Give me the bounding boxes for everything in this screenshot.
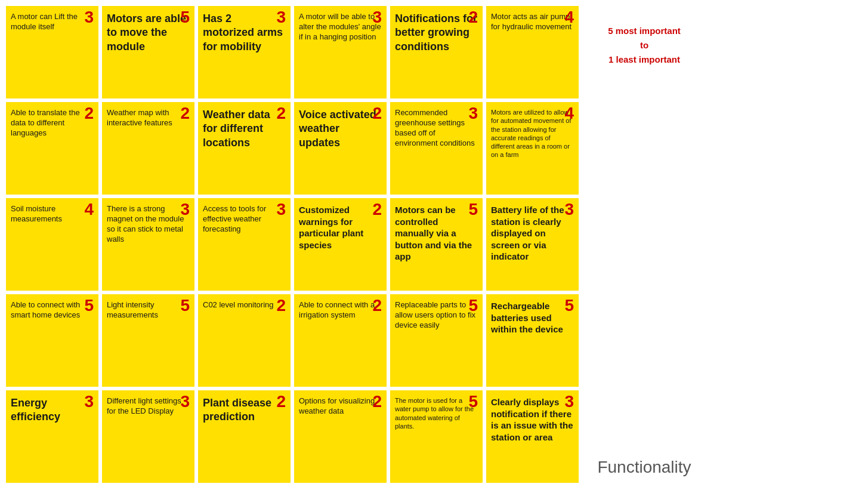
card-18: 3 Battery life of the station is clearly… (486, 198, 579, 291)
card-28-number: 2 (372, 393, 382, 410)
card-27-number: 2 (276, 393, 286, 410)
card-29: 5 The motor is used for a water pump to … (390, 390, 483, 483)
card-11-text: Recommended greenhouse settings based of… (395, 108, 478, 149)
legend: 5 most important to 1 least important (597, 24, 692, 67)
card-18-number: 3 (564, 201, 574, 218)
card-7: 2 Able to translate the data to differen… (6, 102, 98, 195)
legend-line3: 1 least important (608, 54, 680, 64)
card-20-text: Light intensity measurements (107, 300, 190, 320)
card-21: 2 C02 level monitoring (198, 294, 291, 387)
card-4-text: A motor will be able to alter the module… (299, 12, 382, 42)
card-15-text: Access to tools for effective weather fo… (203, 204, 286, 235)
card-21-text: C02 level monitoring (203, 300, 286, 310)
card-11-number: 3 (468, 105, 478, 122)
card-3: 3 Has 2 motorized arms for mobility (198, 6, 291, 98)
card-3-number: 3 (276, 9, 286, 26)
card-8: 2 Weather map with interactive features (102, 102, 194, 195)
card-12-text: Motors are utilized to allow for automat… (491, 108, 574, 159)
card-22: 2 Able to connect with a irrigation syst… (294, 294, 387, 387)
card-13-text: Soil moisture measurements (11, 204, 94, 224)
card-8-text: Weather map with interactive features (107, 108, 190, 128)
card-1-number: 3 (84, 9, 94, 26)
card-23-number: 5 (468, 297, 478, 314)
card-2-number: 5 (180, 9, 190, 26)
card-13: 4 Soil moisture measurements (6, 198, 98, 291)
legend-line2: to (640, 40, 648, 50)
card-6: 4 Motor acts as air pump for hydraulic m… (486, 6, 579, 98)
card-10-number: 2 (372, 105, 382, 122)
card-20: 5 Light intensity measurements (102, 294, 194, 387)
card-12-number: 4 (564, 105, 574, 122)
sidebar: 5 most important to 1 least important Fu… (585, 6, 704, 483)
card-14-text: There is a strong magnet on the module s… (107, 204, 190, 245)
card-11: 3 Recommended greenhouse settings based … (390, 102, 483, 195)
card-5-text: Notifications for better growing conditi… (395, 12, 478, 54)
card-19-number: 5 (84, 297, 94, 314)
card-4-number: 3 (372, 9, 382, 26)
card-28-text: Options for visualizing weather data (299, 396, 382, 417)
card-17-number: 5 (468, 201, 478, 218)
card-9-number: 2 (276, 105, 286, 122)
card-30-number: 3 (564, 393, 574, 410)
card-15: 3 Access to tools for effective weather … (198, 198, 291, 291)
card-21-number: 2 (276, 297, 286, 314)
card-20-number: 5 (180, 297, 190, 314)
card-13-number: 4 (84, 201, 94, 218)
card-9-text: Weather data for different locations (203, 108, 286, 150)
legend-line1: 5 most important (608, 26, 681, 36)
card-19: 5 Able to connect with smart home device… (6, 294, 98, 387)
card-4: 3 A motor will be able to alter the modu… (294, 6, 387, 98)
card-26: 3 Different light settings for the LED D… (102, 390, 194, 483)
card-1: 3 A motor can Lift the module itself (6, 6, 98, 98)
card-2: 5 Motors are able to move the module (102, 6, 194, 98)
card-1-text: A motor can Lift the module itself (11, 12, 94, 32)
card-25-number: 3 (84, 393, 94, 410)
card-17-text: Motors can be controlled manually via a … (395, 204, 478, 263)
card-grid: 3 A motor can Lift the module itself 5 M… (6, 6, 579, 483)
card-8-number: 2 (180, 105, 190, 122)
card-17: 5 Motors can be controlled manually via … (390, 198, 483, 291)
card-23: 5 Replaceable parts to allow users optio… (390, 294, 483, 387)
card-24: 5 Rechargeable batteries used within the… (486, 294, 579, 387)
card-6-number: 4 (564, 9, 574, 26)
main-layout: 3 A motor can Lift the module itself 5 M… (6, 6, 862, 483)
card-16-number: 2 (372, 201, 382, 218)
card-7-number: 2 (84, 105, 94, 122)
card-19-text: Able to connect with smart home devices (11, 300, 94, 320)
card-7-text: Able to translate the data to different … (11, 108, 94, 138)
card-9: 2 Weather data for different locations (198, 102, 291, 195)
card-5: 2 Notifications for better growing condi… (390, 6, 483, 98)
card-25-text: Energy efficiency (11, 396, 94, 424)
card-18-text: Battery life of the station is clearly d… (491, 204, 574, 263)
card-24-text: Rechargeable batteries used within the d… (491, 300, 574, 335)
card-27: 2 Plant disease prediction (198, 390, 291, 483)
card-29-number: 5 (468, 393, 478, 410)
card-26-number: 3 (180, 393, 190, 410)
card-12: 4 Motors are utilized to allow for autom… (486, 102, 579, 195)
card-28: 2 Options for visualizing weather data (294, 390, 387, 483)
card-14-number: 3 (180, 201, 190, 218)
card-24-number: 5 (564, 297, 574, 314)
card-16-text: Customized warnings for particular plant… (299, 204, 382, 251)
card-15-number: 3 (276, 201, 286, 218)
card-5-number: 2 (468, 9, 478, 26)
card-22-text: Able to connect with a irrigation system (299, 300, 382, 320)
card-30: 3 Clearly displays notification if there… (486, 390, 579, 483)
card-23-text: Replaceable parts to allow users option … (395, 300, 478, 331)
card-29-text: The motor is used for a water pump to al… (395, 396, 478, 430)
card-25: 3 Energy efficiency (6, 390, 98, 483)
functionality-label: Functionality (597, 458, 692, 477)
card-30-text: Clearly displays notification if there i… (491, 396, 574, 443)
card-22-number: 2 (372, 297, 382, 314)
card-6-text: Motor acts as air pump for hydraulic mov… (491, 12, 574, 32)
card-3-text: Has 2 motorized arms for mobility (203, 12, 286, 54)
card-16: 2 Customized warnings for particular pla… (294, 198, 387, 291)
card-27-text: Plant disease prediction (203, 396, 286, 424)
card-10: 2 Voice activated weather updates (294, 102, 387, 195)
card-10-text: Voice activated weather updates (299, 108, 382, 150)
card-26-text: Different light settings for the LED Dis… (107, 396, 190, 417)
card-2-text: Motors are able to move the module (107, 12, 190, 54)
card-14: 3 There is a strong magnet on the module… (102, 198, 194, 291)
